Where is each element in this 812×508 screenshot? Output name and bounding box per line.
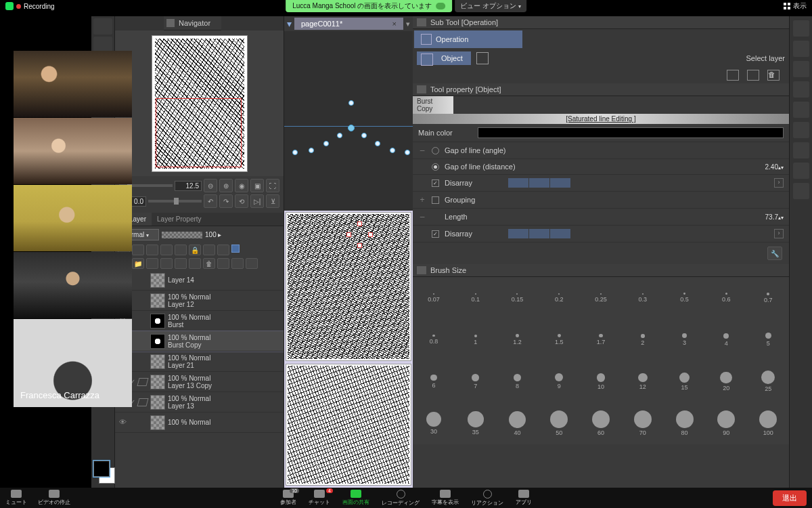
close-tab-icon[interactable]: × bbox=[392, 20, 397, 28]
brush-size-cell[interactable]: 0.07 bbox=[413, 277, 455, 319]
collapse-handle[interactable]: – bbox=[418, 146, 426, 155]
layer-action-button[interactable] bbox=[217, 258, 229, 269]
object-subtool[interactable]: Object bbox=[417, 51, 471, 65]
delete-subtool-button[interactable]: 🗑 bbox=[767, 70, 780, 81]
layer-list[interactable]: 👁Layer 14👁100 % NormalLayer 12👁100 % Nor… bbox=[115, 270, 284, 488]
participant-tile[interactable] bbox=[14, 118, 132, 184]
layer-tool-button[interactable] bbox=[160, 245, 173, 255]
zoom-value[interactable] bbox=[175, 181, 202, 191]
grouping-checkbox[interactable] bbox=[432, 196, 439, 204]
fullscreen-button[interactable]: ▣ bbox=[250, 179, 264, 192]
layer-row[interactable]: 👁100 % NormalBurst bbox=[115, 311, 284, 331]
cube-icon[interactable] bbox=[793, 41, 809, 57]
brush-size-cell[interactable]: 70 bbox=[622, 402, 664, 444]
expand-button[interactable]: ⛶ bbox=[266, 179, 279, 192]
layer-row[interactable]: 👁100 % NormalBurst Copy bbox=[115, 331, 284, 352]
lock-button[interactable]: 🔒 bbox=[189, 245, 201, 255]
operation-subtool[interactable]: Operation bbox=[414, 30, 522, 48]
gap-distance-radio[interactable] bbox=[432, 163, 439, 171]
dropdown-icon[interactable]: ▾ bbox=[287, 18, 292, 29]
palette-icon[interactable] bbox=[793, 163, 809, 179]
brush-size-cell[interactable]: 1.5 bbox=[538, 319, 580, 361]
mute-button[interactable]: ミュート bbox=[5, 490, 27, 506]
brush-size-cell[interactable]: 50 bbox=[538, 402, 580, 444]
edit-icon[interactable] bbox=[793, 183, 809, 199]
list-icon[interactable] bbox=[793, 142, 809, 158]
participant-tile[interactable] bbox=[14, 51, 132, 117]
brush-size-cell[interactable]: 0.1 bbox=[455, 277, 497, 319]
disarray-checkbox[interactable]: ✓ bbox=[432, 179, 439, 187]
layer-tool-button[interactable] bbox=[146, 245, 158, 255]
brush-size-cell[interactable]: 3 bbox=[664, 319, 706, 361]
tab-layer-property[interactable]: Layer Property bbox=[152, 213, 207, 226]
layer-tool-button[interactable] bbox=[175, 245, 187, 255]
flip-v-button[interactable]: ⊻ bbox=[266, 194, 279, 208]
gap-angle-radio[interactable] bbox=[432, 147, 439, 154]
reactions-button[interactable]: リアクション bbox=[471, 490, 503, 507]
brush-size-cell[interactable]: 25 bbox=[747, 361, 789, 403]
main-color-swatch[interactable] bbox=[478, 127, 784, 138]
chat-button[interactable]: 4チャット bbox=[309, 490, 330, 506]
foreground-swatch[interactable] bbox=[93, 461, 110, 477]
brush-size-cell[interactable]: 60 bbox=[580, 402, 622, 444]
ruler-icon[interactable] bbox=[793, 122, 809, 138]
expand-icon[interactable]: › bbox=[774, 229, 784, 238]
saturated-line-section[interactable]: [Saturated line Editing ] bbox=[413, 114, 789, 124]
layer-tool-button[interactable] bbox=[132, 245, 144, 255]
brush-size-cell[interactable]: 9 bbox=[538, 361, 580, 403]
sliders-icon[interactable] bbox=[793, 102, 809, 118]
brush-size-cell[interactable]: 0.7 bbox=[747, 277, 789, 319]
brush-size-cell[interactable]: 0.25 bbox=[580, 277, 622, 319]
captions-button[interactable]: 字幕を表示 bbox=[432, 490, 459, 506]
layer-color-indicator[interactable] bbox=[231, 245, 240, 253]
participants-button[interactable]: 10参加者 bbox=[280, 490, 296, 506]
display-toggle[interactable]: 表示 bbox=[784, 1, 807, 11]
layer-row[interactable]: 👁100 % NormalLayer 12 bbox=[115, 291, 284, 311]
brush-size-cell[interactable]: 0.3 bbox=[622, 277, 664, 319]
layer-action-button[interactable] bbox=[146, 258, 158, 269]
brush-size-cell[interactable]: 0.5 bbox=[664, 277, 706, 319]
brush-size-cell[interactable]: 80 bbox=[664, 402, 706, 444]
wrench-icon[interactable]: 🔧 bbox=[767, 247, 782, 260]
zoom-out-button[interactable]: ⊖ bbox=[204, 179, 217, 192]
layer-tool-button[interactable] bbox=[217, 245, 229, 255]
view-options-dropdown[interactable]: ビュー オプション ▾ bbox=[455, 0, 526, 12]
select-layer-label[interactable]: Select layer bbox=[746, 54, 785, 62]
opacity-slider[interactable] bbox=[162, 232, 202, 238]
rotate-ccw-button[interactable]: ↶ bbox=[204, 194, 217, 208]
collapse-handle[interactable]: – bbox=[418, 212, 426, 221]
brush-size-cell[interactable]: 4 bbox=[705, 319, 747, 361]
import-subtool-button[interactable] bbox=[727, 70, 739, 81]
leave-button[interactable]: 退出 bbox=[773, 490, 807, 506]
layer-row[interactable]: 👁✓100 % NormalLayer 13 Copy bbox=[115, 372, 284, 392]
participant-tile[interactable]: Francesca Carrazza bbox=[14, 319, 132, 407]
layer-select-icon[interactable] bbox=[476, 52, 489, 64]
brush-size-cell[interactable]: 30 bbox=[413, 402, 455, 444]
brush-size-cell[interactable]: 40 bbox=[497, 402, 539, 444]
tool-button[interactable] bbox=[93, 18, 112, 35]
reset-rotation-button[interactable]: ⟲ bbox=[235, 194, 248, 208]
rotate-cw-button[interactable]: ↷ bbox=[219, 194, 233, 208]
brush-size-cell[interactable]: 0.15 bbox=[497, 277, 539, 319]
navigator-preview[interactable] bbox=[115, 30, 284, 176]
brush-size-cell[interactable]: 20 bbox=[705, 361, 747, 403]
layer-row[interactable]: 👁100 % Normal bbox=[115, 412, 284, 433]
brush-size-cell[interactable]: 5 bbox=[747, 319, 789, 361]
layer-action-button[interactable] bbox=[231, 258, 244, 269]
expand-icon[interactable]: › bbox=[774, 178, 784, 188]
visibility-icon[interactable]: 👁 bbox=[118, 418, 127, 427]
layer-action-button[interactable] bbox=[246, 258, 258, 269]
zoom-in-button[interactable]: ⊕ bbox=[219, 179, 233, 192]
search-icon[interactable] bbox=[793, 20, 809, 37]
rotation-slider[interactable] bbox=[148, 200, 202, 203]
disarray2-checkbox[interactable]: ✓ bbox=[432, 230, 439, 238]
brush-size-cell[interactable]: 2 bbox=[622, 319, 664, 361]
layer-action-button[interactable] bbox=[175, 258, 187, 269]
brush-size-cell[interactable]: 1.7 bbox=[580, 319, 622, 361]
brush-size-cell[interactable]: 8 bbox=[497, 361, 539, 403]
brush-size-cell[interactable]: 0.8 bbox=[413, 319, 455, 361]
participant-tile[interactable] bbox=[14, 185, 132, 251]
curve-editor[interactable] bbox=[284, 31, 413, 211]
brush-size-cell[interactable]: 1 bbox=[455, 319, 497, 361]
document-tab[interactable]: pageC0011* × bbox=[294, 18, 403, 30]
